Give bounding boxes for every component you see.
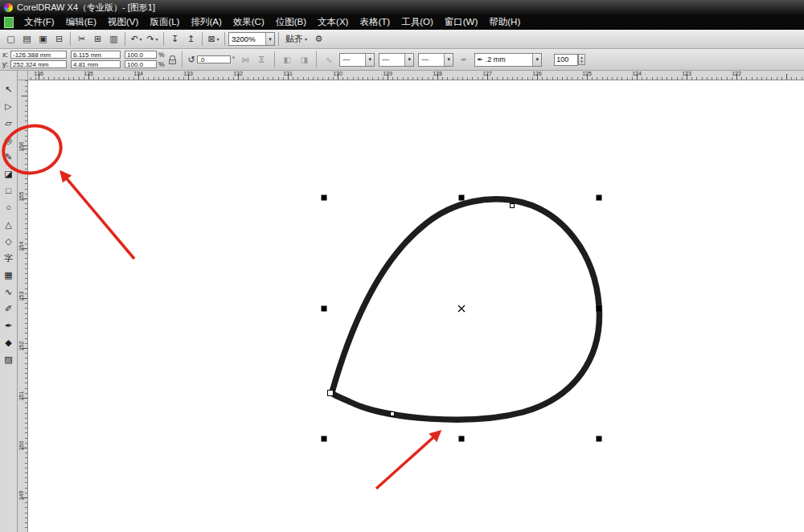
ruler-label: 135 — [84, 71, 93, 76]
nonproportional-scale-lock-icon[interactable] — [169, 55, 176, 64]
app-window: CorelDRAW X4（专业版）- [图形1] 文件(F)编辑(E)视图(V)… — [0, 0, 804, 532]
object-x-input[interactable]: -126.388 mm — [10, 51, 67, 59]
outline-width-select[interactable]: ✒ .2 mm ▾ — [474, 53, 542, 67]
rectangle-tool[interactable]: □ — [1, 182, 17, 198]
property-bar: x: -126.388 mm y: 252.324 mm 6.115 mm 4.… — [0, 49, 804, 71]
object-width-input[interactable]: 6.115 mm — [71, 51, 121, 59]
start-arrowhead-select[interactable]: — ▾ — [339, 53, 375, 67]
document-restore-icon[interactable] — [4, 17, 14, 28]
table-tool[interactable]: ▦ — [1, 267, 17, 283]
snap-to-dropdown[interactable]: 贴齐▾ — [282, 32, 310, 47]
chevron-down-icon[interactable]: ▾ — [265, 33, 274, 45]
wrap-text-alt-icon[interactable]: ◨ — [297, 53, 310, 66]
workspace: ↖▷▱◎✎◪□○△◇字▦∿✐✒◆▨ 1361351341331321311301… — [0, 71, 804, 532]
menu-item[interactable]: 排列(A) — [185, 14, 227, 30]
fill-tool[interactable]: ◆ — [1, 334, 17, 350]
window-title: CorelDRAW X4（专业版）- [图形1] — [17, 2, 155, 14]
outline-pen-tool[interactable]: ✒ — [1, 317, 17, 334]
object-height-input[interactable]: 4.81 mm — [71, 60, 121, 68]
polygon-tool[interactable]: △ — [1, 216, 17, 232]
ruler-label: 127 — [482, 71, 492, 76]
standard-toolbar: ▢▤▣⊟✂⊞▥↶▾↷▾↧↥⊠▾3200%▾贴齐▾⚙ — [0, 30, 804, 49]
interactive-fill-tool[interactable]: ▨ — [1, 351, 17, 367]
scale-x-input[interactable]: 100.0 — [125, 51, 157, 59]
auto-close-curve-icon[interactable]: ∿ — [322, 53, 335, 66]
interactive-blend-tool[interactable]: ∿ — [1, 284, 17, 300]
ellipse-tool[interactable]: ○ — [1, 199, 17, 215]
propbar-separator — [274, 51, 275, 68]
ruler-label: 134 — [133, 71, 143, 76]
lock-body — [169, 59, 176, 64]
horizontal-ruler[interactable]: 1361351341331321311301291281271261251241… — [28, 71, 804, 80]
line-style-value: — — [379, 55, 404, 63]
menu-item[interactable]: 帮助(H) — [483, 14, 526, 30]
menu-item[interactable]: 窗口(W) — [439, 14, 484, 30]
chevron-down-icon[interactable]: ▾ — [156, 36, 158, 42]
undo-icon[interactable]: ↶▾ — [129, 31, 144, 47]
crop-tool[interactable]: ▱ — [1, 115, 17, 131]
pick-tool[interactable]: ↖ — [1, 81, 17, 97]
rotation-angle-input[interactable]: .0 — [197, 55, 231, 63]
menu-item[interactable]: 编辑(E) — [60, 14, 102, 30]
chevron-down-icon[interactable]: ▾ — [404, 54, 413, 66]
print-icon[interactable]: ⊟ — [51, 31, 67, 47]
toolbar-separator — [70, 32, 71, 46]
line-style-select[interactable]: — ▾ — [379, 53, 414, 67]
freehand-tool[interactable]: ✎ — [1, 149, 17, 165]
menu-item[interactable]: 版面(L) — [144, 14, 185, 30]
chevron-down-icon[interactable]: ▾ — [532, 54, 541, 66]
drawing-canvas[interactable] — [28, 80, 804, 532]
scale-x-unit: % — [158, 51, 165, 59]
zoom-level-combo[interactable]: 3200%▾ — [228, 32, 275, 46]
ruler-label: 255 — [18, 191, 24, 202]
open-icon[interactable]: ▤ — [19, 31, 35, 47]
menu-item[interactable]: 文件(F) — [18, 14, 60, 30]
menu-item[interactable]: 文本(X) — [312, 14, 354, 30]
ruler-label: 126 — [532, 71, 542, 76]
menu-item[interactable]: 位图(B) — [270, 14, 312, 30]
new-document-icon[interactable]: ▢ — [3, 31, 18, 47]
vertical-ruler[interactable]: 256255254253252251250249 — [18, 80, 28, 532]
menu-item[interactable]: 视图(V) — [102, 14, 144, 30]
outline-pen-dialog-icon[interactable]: ✒ — [457, 53, 470, 66]
chevron-down-icon[interactable]: ▾ — [444, 54, 453, 66]
basic-shapes-tool[interactable]: ◇ — [1, 233, 17, 249]
import-icon[interactable]: ↧ — [167, 31, 183, 47]
redo-icon[interactable]: ↷▾ — [145, 31, 160, 47]
save-icon[interactable]: ▣ — [35, 31, 51, 47]
menu-item[interactable]: 效果(C) — [228, 14, 270, 30]
ruler-label: 131 — [283, 71, 293, 76]
x-label: x: — [2, 51, 9, 59]
copy-icon[interactable]: ⊞ — [90, 31, 105, 47]
export-icon[interactable]: ↥ — [183, 31, 199, 47]
options-icon[interactable]: ⚙ — [311, 31, 326, 47]
smoothing-value-input[interactable]: 100 — [554, 54, 578, 66]
spin-down-icon[interactable]: ▾ — [580, 59, 583, 63]
ruler-label: 125 — [582, 71, 592, 76]
chevron-down-icon[interactable]: ▾ — [305, 36, 307, 42]
chevron-down-icon[interactable]: ▾ — [365, 54, 374, 66]
smart-fill-tool[interactable]: ◪ — [1, 166, 17, 182]
paste-icon[interactable]: ▥ — [106, 31, 121, 47]
application-launcher-icon[interactable]: ⊠▾ — [206, 31, 221, 47]
text-tool[interactable]: 字 — [1, 250, 17, 266]
cut-icon[interactable]: ✂ — [74, 31, 89, 47]
shape-tool[interactable]: ▷ — [1, 98, 17, 114]
chevron-down-icon[interactable]: ▾ — [217, 36, 219, 42]
object-y-input[interactable]: 252.324 mm — [10, 60, 67, 68]
chevron-down-icon[interactable]: ▾ — [140, 36, 142, 42]
scale-y-input[interactable]: 100.0 — [125, 60, 157, 68]
toolbar-separator — [202, 32, 203, 46]
wrap-text-icon[interactable]: ◧ — [281, 53, 293, 66]
eyedropper-tool[interactable]: ✐ — [1, 301, 17, 317]
degree-label: ° — [232, 55, 235, 63]
end-arrowhead-select[interactable]: — ▾ — [418, 53, 453, 67]
object-position-group: x: -126.388 mm y: 252.324 mm — [2, 51, 67, 68]
mirror-vertical-button[interactable]: ⋈ — [256, 53, 269, 66]
zoom-tool[interactable]: ◎ — [1, 132, 17, 148]
menu-item[interactable]: 工具(O) — [396, 14, 439, 30]
menu-item[interactable]: 表格(T) — [354, 14, 396, 30]
mirror-horizontal-button[interactable]: ⋈ — [239, 53, 252, 66]
freehand-smoothing-spinner: 100 ▴▾ — [554, 54, 585, 66]
spinner-arrows[interactable]: ▴▾ — [578, 54, 585, 65]
